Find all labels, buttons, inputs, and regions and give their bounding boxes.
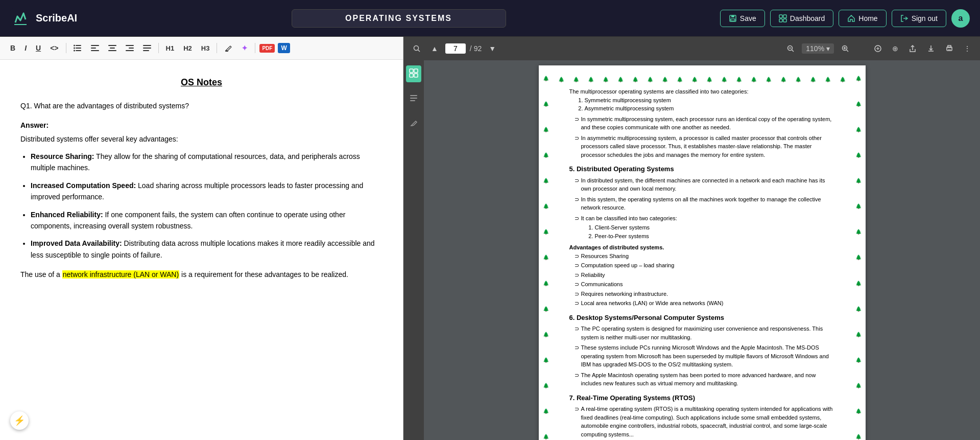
home-icon [847, 14, 855, 22]
toolbar-separator-4 [255, 43, 255, 53]
pdf-print-button[interactable] [942, 42, 957, 55]
pdf-page-total: / 92 [470, 44, 482, 53]
save-label: Save [740, 14, 756, 22]
bullet-symbol: ⊃ [575, 134, 579, 159]
pdf-zoom-display[interactable]: 110% ▾ [802, 43, 834, 54]
pdf-rtos-text: ⊃A real-time operating system (RTOS) is … [575, 405, 835, 438]
svg-rect-26 [225, 51, 228, 52]
print-icon [945, 44, 953, 53]
svg-point-10 [74, 48, 75, 49]
underline-button[interactable]: U [33, 42, 44, 54]
align-left-button[interactable] [88, 42, 102, 54]
pdf-more-button[interactable]: ⋮ [961, 42, 974, 55]
pdf-annotation-btn[interactable] [406, 115, 421, 132]
pdf-panel: ▲ / 92 ▼ 110% ▾ [403, 37, 980, 440]
h1-label: H1 [166, 44, 175, 52]
pdf-page-input[interactable] [445, 43, 466, 54]
pdf-zoom-out-button[interactable] [783, 42, 798, 55]
pdf-outline-btn[interactable] [406, 90, 421, 107]
pdf-zoom-in-button[interactable] [838, 42, 852, 55]
highlight-icon [224, 44, 232, 52]
dashboard-label: Dashboard [790, 14, 825, 22]
pdf-move-button[interactable]: ⊕ [889, 42, 901, 55]
pdf-next-button[interactable]: ▼ [486, 42, 499, 55]
avatar-button[interactable]: a [951, 9, 970, 28]
pdf-desktop-text3: ⊃The Apple Macintosh operating system ha… [575, 371, 835, 388]
pdf-page: 🌲🌲🌲🌲🌲🌲🌲🌲🌲🌲🌲🌲🌲🌲🌲🌲🌲🌲🌲🌲 🌲🌲🌲🌲🌲🌲🌲🌲🌲🌲🌲🌲🌲🌲🌲 🌲🌲🌲… [539, 65, 866, 440]
pdf-adv-6: ⊃Local area networks (LAN) or Wide area … [575, 299, 835, 308]
pdf-search-button[interactable] [410, 42, 424, 55]
svg-rect-45 [414, 74, 418, 77]
signout-label: Sign out [912, 14, 938, 22]
annotate-icon [874, 44, 882, 53]
h3-label: H3 [201, 44, 210, 52]
list-item: Increased Computation Speed: Load sharin… [31, 180, 383, 203]
list-item: Enhanced Reliability: If one component f… [31, 209, 383, 232]
svg-rect-20 [126, 45, 134, 46]
svg-rect-2 [731, 15, 734, 17]
share-icon [909, 44, 917, 53]
pdf-download-button[interactable] [924, 42, 938, 55]
svg-rect-16 [91, 50, 99, 51]
pdf-dist-advantages-title: Advantages of distributed systems. [569, 243, 835, 252]
align-center-button[interactable] [105, 42, 119, 54]
pdf-sidebar [403, 60, 424, 440]
home-button[interactable]: Home [839, 10, 886, 27]
download-icon [927, 44, 935, 53]
list-item: Peer-to-Peer systems [595, 232, 835, 241]
svg-rect-46 [410, 95, 417, 96]
pdf-toolbar: ▲ / 92 ▼ 110% ▾ [403, 37, 980, 60]
code-button[interactable]: <> [47, 42, 61, 54]
signout-icon [900, 14, 909, 22]
pdf-thumbnail-btn[interactable] [406, 65, 421, 82]
pdf-content-area[interactable]: 🌲🌲🌲🌲🌲🌲🌲🌲🌲🌲🌲🌲🌲🌲🌲🌲🌲🌲🌲🌲 🌲🌲🌲🌲🌲🌲🌲🌲🌲🌲🌲🌲🌲🌲🌲 🌲🌲🌲… [424, 60, 980, 440]
lightning-button[interactable]: ⚡ [10, 411, 29, 430]
word-button[interactable]: W [278, 43, 290, 53]
ai-button[interactable]: ✦ [238, 42, 251, 54]
pdf-dist-text3: ⊃It can be classified into two categorie… [575, 214, 835, 223]
svg-rect-41 [948, 49, 951, 51]
pdf-annotate-button[interactable] [871, 42, 885, 55]
svg-rect-47 [410, 98, 417, 99]
pdf-share-button[interactable] [905, 42, 920, 55]
svg-rect-48 [410, 100, 415, 101]
code-label: <> [50, 44, 58, 52]
save-icon [729, 14, 737, 22]
tree-border-left: 🌲🌲🌲🌲🌲🌲🌲🌲🌲🌲🌲🌲🌲🌲🌲 [539, 65, 553, 440]
footer-text-before: The use of a [20, 270, 62, 279]
page-title-input[interactable] [292, 9, 506, 28]
search-icon [413, 44, 421, 53]
zoom-value: 110% [806, 44, 824, 53]
annotation-icon [409, 119, 418, 128]
justify-button[interactable] [140, 42, 154, 54]
justify-icon [143, 44, 151, 52]
list-item: Client-Server systems [595, 223, 835, 232]
dashboard-button[interactable]: Dashboard [770, 10, 834, 27]
editor-question: Q1. What are the advantages of distribut… [20, 100, 383, 111]
svg-rect-5 [783, 15, 786, 18]
svg-rect-22 [126, 50, 134, 51]
svg-rect-15 [91, 48, 96, 49]
header-title-bar [77, 9, 720, 28]
bold-button[interactable]: B [7, 42, 18, 54]
pdf-text-content: The multiprocessor operating systems are… [569, 87, 835, 438]
h3-button[interactable]: H3 [198, 42, 213, 54]
tree-border-top: 🌲🌲🌲🌲🌲🌲🌲🌲🌲🌲🌲🌲🌲🌲🌲🌲🌲🌲🌲🌲 [554, 76, 850, 83]
svg-rect-0 [10, 8, 31, 29]
h2-button[interactable]: H2 [180, 42, 195, 54]
thumbnail-icon [409, 68, 418, 78]
align-right-button[interactable] [123, 42, 137, 54]
svg-line-28 [418, 50, 420, 52]
pdf-prev-button[interactable]: ▲ [428, 42, 441, 55]
editor-content[interactable]: OS Notes Q1. What are the advantages of … [0, 60, 403, 440]
highlight-button[interactable] [221, 42, 235, 54]
pdf-button[interactable]: PDF [259, 44, 275, 53]
zoom-out-icon [786, 44, 795, 53]
h1-button[interactable]: H1 [163, 42, 178, 54]
editor-panel: B I U <> [0, 37, 403, 440]
header-actions: Save Dashboard Home Sign out [720, 9, 970, 28]
bullet-list-button[interactable] [70, 42, 85, 54]
save-button[interactable]: Save [720, 10, 765, 27]
italic-button[interactable]: I [21, 42, 30, 54]
signout-button[interactable]: Sign out [892, 10, 946, 27]
